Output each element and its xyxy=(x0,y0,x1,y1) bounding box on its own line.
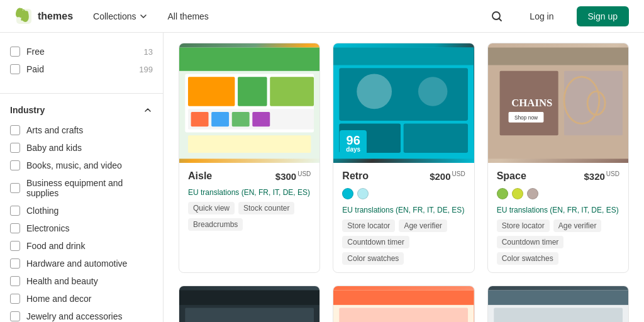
eu-translations-space[interactable]: EU translations (EN, FR, IT, DE, ES) xyxy=(497,206,619,214)
theme-card-aisle[interactable]: Aisle $300USD EU translations (EN, FR, I… xyxy=(179,43,320,273)
svg-rect-23 xyxy=(488,48,628,65)
tag-countdown-timer-retro: Countdown timer xyxy=(342,236,409,248)
filter-arts-crafts[interactable]: Arts and crafts xyxy=(10,121,153,139)
svg-rect-12 xyxy=(232,112,250,126)
filter-baby-kids[interactable]: Baby and kids xyxy=(10,139,153,157)
industry-section-header[interactable]: Industry xyxy=(0,99,163,121)
svg-rect-13 xyxy=(252,112,270,126)
tag-countdown-timer-space: Countdown timer xyxy=(497,236,564,248)
collections-label: Collections xyxy=(93,11,136,21)
preview-illustration-bottom3 xyxy=(488,286,628,322)
industry-label: Industry xyxy=(10,105,45,115)
svg-text:S: S xyxy=(21,11,26,21)
logo[interactable]: S themes xyxy=(15,8,73,25)
svg-rect-32 xyxy=(179,291,319,305)
checkbox-free[interactable] xyxy=(10,47,20,57)
theme-preview-bottom2: Crumbs xyxy=(333,286,474,322)
tag-store-locator-space: Store locator xyxy=(497,219,550,232)
filter-books[interactable]: Books, music, and video xyxy=(10,157,153,174)
label-arts-crafts: Arts and crafts xyxy=(26,125,83,135)
filter-hardware[interactable]: Hardware and automotive xyxy=(10,255,153,272)
sidebar: Free 13 Paid 199 Industry xyxy=(0,33,164,322)
checkbox-arts-crafts[interactable] xyxy=(10,125,20,135)
svg-rect-8 xyxy=(270,77,314,106)
swatch-yellow-green xyxy=(512,188,523,199)
main-layout: Free 13 Paid 199 Industry xyxy=(0,33,644,322)
svg-text:Shop now: Shop now xyxy=(514,114,538,121)
price-filter-section: Free 13 Paid 199 xyxy=(0,43,163,88)
svg-rect-37 xyxy=(340,308,469,322)
filter-home[interactable]: Home and decor xyxy=(10,290,153,308)
filter-item-paid[interactable]: Paid 199 xyxy=(10,60,153,78)
color-swatches-retro xyxy=(342,188,465,199)
theme-card-retro[interactable]: 96days Retro $200USD EU translations (E xyxy=(333,43,474,273)
filter-health[interactable]: Health and beauty xyxy=(10,272,153,290)
label-business: Business equipment and supplies xyxy=(26,178,153,198)
breadcrumb: All themes xyxy=(168,11,209,21)
countdown-badge: 96days xyxy=(340,130,367,157)
eu-translations-retro[interactable]: EU translations (EN, FR, IT, DE, ES) xyxy=(342,206,465,214)
filter-jewelry[interactable]: Jewelry and accessories xyxy=(10,308,153,322)
feature-tags-retro: Store locator Age verifier Countdown tim… xyxy=(342,219,465,265)
label-electronics: Electronics xyxy=(26,223,69,233)
theme-preview-bottom3 xyxy=(488,286,628,322)
chevron-down-icon xyxy=(139,12,148,21)
login-button[interactable]: Log in xyxy=(522,6,561,26)
checkbox-hardware[interactable] xyxy=(10,258,20,269)
checkbox-food[interactable] xyxy=(10,241,20,251)
checkbox-clothing[interactable] xyxy=(10,206,20,216)
label-health: Health and beauty xyxy=(26,276,98,286)
theme-name-aisle: Aisle xyxy=(188,170,212,182)
color-swatches-space xyxy=(497,188,619,199)
header: S themes Collections All themes Log in S… xyxy=(0,0,644,33)
filter-food[interactable]: Food and drink xyxy=(10,237,153,255)
theme-card-bottom1[interactable] xyxy=(179,286,320,322)
label-baby-kids: Baby and kids xyxy=(26,143,82,153)
tag-store-locator-retro: Store locator xyxy=(342,219,395,232)
theme-price-aisle: $300USD xyxy=(275,170,311,182)
tag-age-verifier-retro: Age verifier xyxy=(399,219,447,232)
theme-card-bottom2[interactable]: Crumbs xyxy=(333,286,474,322)
filter-electronics[interactable]: Electronics xyxy=(10,219,153,237)
label-jewelry: Jewelry and accessories xyxy=(26,311,123,321)
svg-rect-6 xyxy=(188,77,235,106)
feature-tags-space: Store locator Age verifier Countdown tim… xyxy=(497,219,619,265)
theme-preview-retro: 96days xyxy=(333,43,474,163)
signup-button[interactable]: Sign up xyxy=(577,6,629,26)
preview-illustration-aisle xyxy=(179,43,319,163)
checkbox-electronics[interactable] xyxy=(10,223,20,233)
theme-name-retro: Retro xyxy=(342,170,369,182)
swatch-teal xyxy=(342,188,353,199)
eu-translations-aisle[interactable]: EU translations (EN, FR, IT, DE, ES) xyxy=(188,188,311,197)
checkbox-business[interactable] xyxy=(10,183,20,193)
tag-color-swatches-space: Color swatches xyxy=(497,252,558,265)
filter-business[interactable]: Business equipment and supplies xyxy=(10,174,153,202)
svg-rect-11 xyxy=(211,112,229,126)
theme-title-row-space: Space $320USD xyxy=(497,170,619,182)
divider xyxy=(0,93,163,94)
checkbox-jewelry[interactable] xyxy=(10,311,20,321)
checkbox-baby-kids[interactable] xyxy=(10,143,20,153)
svg-rect-42 xyxy=(494,308,623,322)
svg-rect-7 xyxy=(238,77,267,106)
theme-info-aisle: Aisle $300USD EU translations (EN, FR, I… xyxy=(179,163,319,238)
svg-rect-41 xyxy=(488,291,628,305)
collections-nav[interactable]: Collections xyxy=(88,8,152,25)
label-hardware: Hardware and automotive xyxy=(26,258,127,269)
theme-card-space[interactable]: CHAINS Shop now Space $320USD xyxy=(487,43,629,273)
theme-preview-space: CHAINS Shop now xyxy=(488,43,628,163)
svg-text:CHAINS: CHAINS xyxy=(511,97,552,109)
filter-clothing[interactable]: Clothing xyxy=(10,202,153,219)
theme-card-bottom3[interactable] xyxy=(487,286,629,322)
filter-label-paid: Paid xyxy=(26,64,44,74)
checkbox-paid[interactable] xyxy=(10,64,20,74)
checkbox-home[interactable] xyxy=(10,294,20,304)
shopify-logo-icon: S xyxy=(15,8,33,25)
checkbox-books[interactable] xyxy=(10,160,20,170)
theme-price-space: $320USD xyxy=(584,170,619,182)
themes-grid: Aisle $300USD EU translations (EN, FR, I… xyxy=(179,43,629,322)
search-button[interactable] xyxy=(487,6,507,26)
checkbox-health[interactable] xyxy=(10,276,20,286)
filter-item-free[interactable]: Free 13 xyxy=(10,43,153,60)
tag-stock-counter: Stock counter xyxy=(238,202,294,214)
